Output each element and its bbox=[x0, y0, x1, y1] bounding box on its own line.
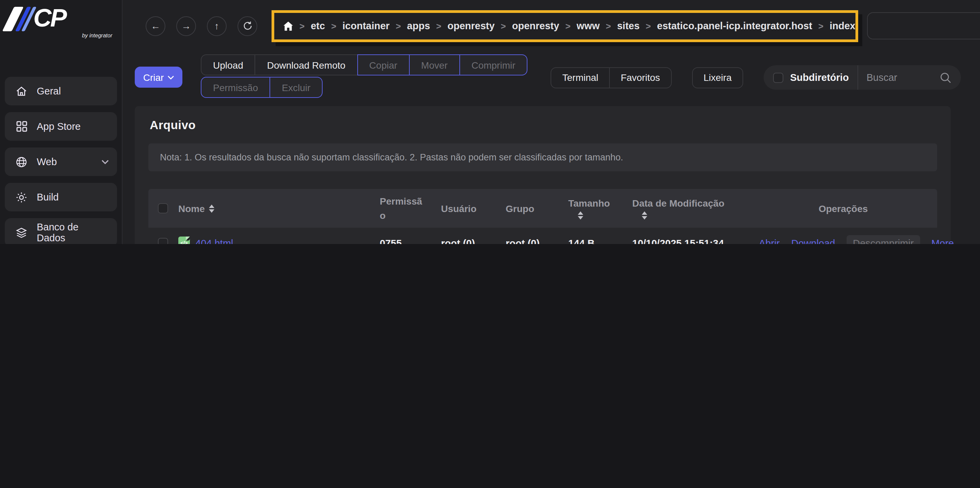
more-link[interactable]: More bbox=[931, 238, 954, 244]
breadcrumb-segment-host[interactable]: estatico.panel-icp.integrator.host bbox=[657, 21, 812, 31]
open-link[interactable]: Abrir bbox=[759, 238, 780, 244]
logo-tagline: by integrator bbox=[8, 33, 112, 39]
layers-icon bbox=[15, 227, 28, 238]
brand-logo[interactable]: CP by integrator bbox=[0, 0, 122, 39]
column-header-name[interactable]: Nome bbox=[178, 203, 380, 214]
forward-button[interactable]: → bbox=[176, 16, 196, 36]
upload-button[interactable]: Upload bbox=[201, 54, 256, 76]
breadcrumb-separator: > bbox=[299, 21, 305, 31]
sidebar-menu: Geral App Store Web bbox=[0, 77, 122, 244]
group-value: root (0) bbox=[506, 238, 568, 244]
remote-download-button[interactable]: Download Remoto bbox=[255, 54, 358, 76]
sidebar-item-geral[interactable]: Geral bbox=[5, 77, 117, 105]
delete-button[interactable]: Excluir bbox=[269, 77, 323, 98]
breadcrumb-separator: > bbox=[646, 21, 651, 31]
breadcrumb-segment-index[interactable]: index bbox=[830, 21, 856, 31]
trash-button[interactable]: Lixeira bbox=[692, 67, 743, 88]
user-value: root (0) bbox=[441, 238, 506, 244]
modified-value: 10/10/2025 15:51:34 bbox=[632, 238, 759, 244]
select-all-checkbox[interactable] bbox=[158, 203, 168, 214]
copy-button[interactable]: Copiar bbox=[357, 54, 410, 76]
path-input[interactable] bbox=[867, 12, 980, 40]
compress-button[interactable]: Comprimir bbox=[459, 54, 527, 76]
download-link[interactable]: Download bbox=[791, 238, 835, 244]
terminal-favorites-group: Terminal Favoritos bbox=[551, 67, 672, 88]
panel-title: Arquivo bbox=[150, 118, 937, 133]
home-icon[interactable] bbox=[283, 21, 293, 31]
table-header: Nome Permissão Usuário Grupo Tamanho Dat… bbox=[148, 189, 937, 228]
breadcrumb-segment-openresty[interactable]: openresty bbox=[447, 21, 495, 31]
sidebar-item-app-store[interactable]: App Store bbox=[5, 112, 117, 141]
breadcrumb-segment-sites[interactable]: sites bbox=[617, 21, 640, 31]
breadcrumb-segment-apps[interactable]: apps bbox=[407, 21, 430, 31]
breadcrumb-segment-openresty2[interactable]: openresty bbox=[512, 21, 559, 31]
info-note: Nota: 1. Os resultados da busca não supo… bbox=[148, 143, 937, 171]
row-checkbox[interactable] bbox=[158, 238, 168, 244]
sidebar-item-build[interactable]: Build bbox=[5, 183, 117, 211]
forward-arrow-icon: → bbox=[181, 21, 191, 31]
sort-icon[interactable] bbox=[578, 211, 583, 219]
history-nav: ← → ↑ bbox=[146, 16, 257, 36]
create-button[interactable]: Criar bbox=[135, 67, 182, 88]
breadcrumb-separator: > bbox=[501, 21, 506, 31]
file-toolbar: Criar Upload Download Remoto Copiar Move… bbox=[135, 54, 961, 98]
breadcrumb: > etc > icontainer > apps > openresty > … bbox=[272, 10, 858, 42]
sidebar-item-label: Banco de Dados bbox=[37, 222, 109, 243]
favorites-button[interactable]: Favoritos bbox=[609, 67, 671, 88]
breadcrumb-segment-www[interactable]: www bbox=[577, 21, 600, 31]
search-icon[interactable] bbox=[940, 72, 951, 83]
logo-icp: CP bbox=[8, 7, 112, 31]
sidebar-item-web[interactable]: Web bbox=[5, 147, 117, 176]
breadcrumb-separator: > bbox=[818, 21, 824, 31]
permission-button[interactable]: Permissão bbox=[201, 77, 270, 98]
back-button[interactable]: ← bbox=[146, 16, 165, 36]
chevron-down-icon bbox=[102, 159, 109, 164]
search-input[interactable] bbox=[858, 72, 939, 83]
column-header-size[interactable]: Tamanho bbox=[568, 192, 632, 225]
create-button-label: Criar bbox=[143, 72, 164, 82]
chevron-down-icon bbox=[167, 75, 174, 79]
file-link[interactable]: 404.html bbox=[195, 238, 233, 244]
move-button[interactable]: Mover bbox=[409, 54, 460, 76]
file-name-cell: </> 404.html bbox=[178, 236, 380, 244]
subdirectory-checkbox[interactable] bbox=[773, 72, 783, 82]
action-row-1: Upload Download Remoto Copiar Mover Comp… bbox=[201, 54, 528, 76]
sidebar-item-label: Build bbox=[37, 192, 59, 203]
breadcrumb-segment-icontainer[interactable]: icontainer bbox=[342, 21, 390, 31]
refresh-icon bbox=[243, 21, 252, 30]
html-file-icon: </> bbox=[178, 236, 190, 244]
row-operations: Abrir Download Descomprimir More bbox=[759, 235, 954, 244]
gear-icon bbox=[15, 191, 28, 203]
column-header-permission: Permissão bbox=[380, 194, 441, 222]
top-bar: ← → ↑ > etc > icontainer > apps bbox=[135, 0, 961, 52]
file-panel: Arquivo Nota: 1. Os resultados da busca … bbox=[135, 106, 951, 244]
sort-icon[interactable] bbox=[642, 211, 647, 219]
breadcrumb-separator: > bbox=[331, 21, 336, 31]
back-arrow-icon: ← bbox=[151, 21, 160, 31]
breadcrumb-separator: > bbox=[436, 21, 441, 31]
sidebar-item-label: Web bbox=[37, 156, 57, 167]
sidebar-item-label: Geral bbox=[37, 86, 61, 97]
app-window: CP by integrator Geral App Store bbox=[0, 0, 980, 244]
table-row: </> 404.html 0755 root (0) root (0) 144 … bbox=[148, 228, 937, 244]
main-area: ← → ↑ > etc > icontainer > apps bbox=[123, 0, 980, 244]
sort-icon[interactable] bbox=[209, 204, 215, 212]
refresh-button[interactable] bbox=[237, 16, 257, 36]
column-header-modified[interactable]: Data de Modificação bbox=[632, 192, 759, 225]
breadcrumb-segment-etc[interactable]: etc bbox=[311, 21, 325, 31]
logo-text: CP bbox=[33, 7, 66, 31]
permission-value: 0755 bbox=[380, 238, 441, 244]
breadcrumb-separator: > bbox=[396, 21, 401, 31]
globe-icon bbox=[15, 156, 28, 168]
column-header-group: Grupo bbox=[506, 203, 568, 214]
sidebar: CP by integrator Geral App Store bbox=[0, 0, 123, 244]
grid-icon bbox=[15, 121, 28, 132]
sidebar-item-banco-de-dados[interactable]: Banco de Dados bbox=[5, 218, 117, 244]
terminal-button[interactable]: Terminal bbox=[551, 67, 610, 88]
breadcrumb-separator: > bbox=[606, 21, 611, 31]
size-value: 144 B bbox=[568, 238, 632, 244]
decompress-button[interactable]: Descomprimir bbox=[846, 235, 920, 244]
subdirectory-label: Subdiretório bbox=[790, 72, 849, 83]
sidebar-item-label: App Store bbox=[37, 121, 81, 132]
up-button[interactable]: ↑ bbox=[207, 16, 227, 36]
